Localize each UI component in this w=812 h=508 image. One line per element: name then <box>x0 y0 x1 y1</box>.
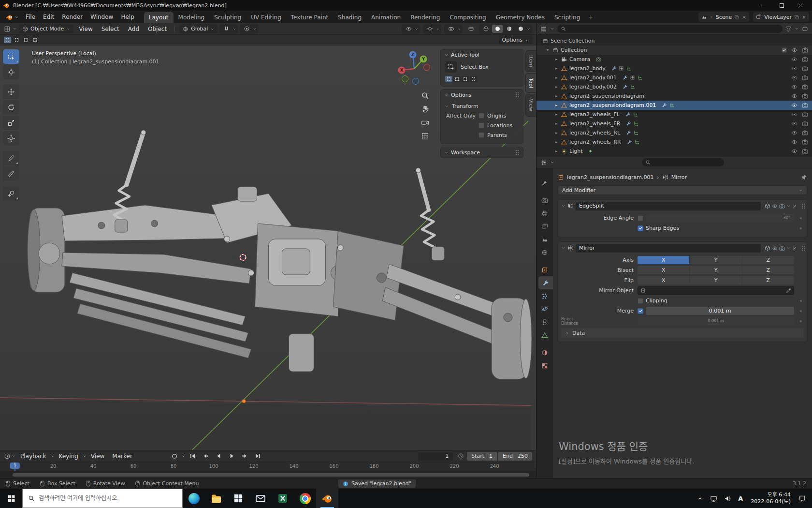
panel-grip-icon[interactable] <box>516 150 517 151</box>
hide-eye-icon[interactable] <box>791 111 798 118</box>
mirror-object-field[interactable] <box>638 286 794 295</box>
extras-chevron-icon[interactable] <box>786 246 791 250</box>
workspace-tab-animation[interactable]: Animation <box>366 12 406 23</box>
scene-selector[interactable]: Scene <box>698 12 750 22</box>
viewlayer-selector[interactable]: ViewLayer <box>753 12 809 22</box>
display-render-icon[interactable] <box>779 245 785 251</box>
play-reverse-button[interactable] <box>213 452 225 461</box>
tab-tool[interactable] <box>536 176 553 189</box>
minimize-button[interactable] <box>754 0 772 11</box>
next-keyframe-button[interactable] <box>239 452 251 461</box>
taskbar-app-mail[interactable] <box>249 489 272 508</box>
animate-dot[interactable] <box>800 300 802 302</box>
menu-view-tl[interactable]: View <box>87 452 108 461</box>
workspace-tab-rendering[interactable]: Rendering <box>406 12 445 23</box>
taskbar-clock[interactable]: 오후 6:44 2022-06-04(토) <box>746 492 795 505</box>
snap-magnet-icon[interactable] <box>221 25 232 33</box>
menu-playback[interactable]: Playback <box>17 452 50 461</box>
parents-checkbox[interactable] <box>478 132 484 138</box>
edge-angle-checkbox[interactable] <box>638 215 643 221</box>
blender-menu-button[interactable] <box>3 14 22 21</box>
gizmo-dropdown[interactable] <box>423 24 441 34</box>
hide-eye-icon[interactable] <box>791 93 798 99</box>
drag-grip-icon[interactable] <box>802 204 803 205</box>
start-button[interactable] <box>0 489 22 508</box>
display-edit-mode-icon[interactable] <box>765 245 770 251</box>
sidebar-tab-view[interactable]: View <box>525 94 536 116</box>
tab-world[interactable] <box>536 246 553 259</box>
tab-constraints[interactable] <box>536 315 553 329</box>
pan-hand-icon[interactable] <box>421 105 429 113</box>
delete-modifier-icon[interactable] <box>792 204 797 209</box>
copy-icon[interactable] <box>794 15 799 20</box>
properties-search-input[interactable] <box>642 158 724 166</box>
axis-y-button[interactable]: Y <box>690 256 741 264</box>
tab-scene[interactable] <box>536 233 553 246</box>
prev-keyframe-button[interactable] <box>200 452 212 461</box>
render-visibility-icon[interactable] <box>802 84 808 90</box>
eyedropper-icon[interactable] <box>786 288 791 293</box>
chevron-down-icon[interactable] <box>550 160 554 164</box>
workspace-tab-texture-paint[interactable]: Texture Paint <box>286 12 333 23</box>
playhead-badge[interactable]: 1 <box>10 463 20 469</box>
mode-dropdown[interactable]: Object Mode <box>19 24 73 33</box>
tool-measure[interactable] <box>3 166 19 181</box>
collection-checkbox[interactable] <box>782 47 787 53</box>
menu-add[interactable]: Add <box>125 25 143 33</box>
hide-eye-icon[interactable] <box>791 102 798 108</box>
render-visibility-icon[interactable] <box>802 130 808 136</box>
taskbar-app-excel[interactable] <box>272 489 294 508</box>
display-realtime-icon[interactable] <box>772 245 778 251</box>
chevron-down-icon[interactable] <box>550 27 554 31</box>
animate-dot[interactable] <box>800 217 802 219</box>
outliner-row-legran2-suspensiondiagram-001[interactable]: ▸ legran2_suspensiondiagram.001 <box>536 101 812 110</box>
display-realtime-icon[interactable] <box>772 203 778 209</box>
menu-object[interactable]: Object <box>145 25 170 33</box>
hide-eye-icon[interactable] <box>791 56 798 62</box>
outliner-row-legran2-suspensiondiagram[interactable]: ▸ legran2_suspensiondiagram <box>536 91 812 101</box>
navigation-gizmo[interactable]: Z Y X <box>397 50 432 85</box>
select-mode-intersect-button[interactable] <box>31 37 39 43</box>
flip-x-button[interactable]: X <box>638 276 689 284</box>
chevron-down-icon[interactable] <box>182 454 186 458</box>
delete-modifier-icon[interactable] <box>792 246 797 251</box>
breadcrumb-modifier[interactable]: Mirror <box>671 174 687 180</box>
taskbar-app-edge[interactable] <box>183 489 205 508</box>
use-preview-range-icon[interactable] <box>458 453 464 459</box>
menu-marker[interactable]: Marker <box>109 452 135 461</box>
mode-intersect-button[interactable] <box>470 76 477 82</box>
transform-orientation-dropdown[interactable]: Global <box>179 24 218 33</box>
hide-eye-icon[interactable] <box>791 47 798 53</box>
workspace-tab-modeling[interactable]: Modeling <box>174 12 210 23</box>
play-button[interactable] <box>226 452 238 461</box>
outliner-row-legran2-body-002[interactable]: ▸ legran2_body.002 <box>536 82 812 91</box>
edgesplit-name-field[interactable]: EdgeSplit <box>576 202 761 210</box>
render-visibility-icon[interactable] <box>802 75 808 81</box>
taskbar-app-chrome[interactable] <box>294 489 316 508</box>
merge-checkbox[interactable] <box>638 308 643 314</box>
tool-add-cube[interactable] <box>3 186 19 201</box>
merge-threshold-field[interactable]: 0.001 m <box>646 307 794 315</box>
network-icon[interactable] <box>707 489 721 508</box>
timeline-editor-icon[interactable] <box>4 453 11 460</box>
workspace-panel-header[interactable]: Workspace <box>441 147 523 158</box>
mirror-name-field[interactable]: Mirror <box>576 244 761 253</box>
render-visibility-icon[interactable] <box>802 120 808 127</box>
workspace-tab-layout[interactable]: Layout <box>144 12 174 23</box>
snapping-group[interactable] <box>219 24 238 34</box>
new-collection-icon[interactable] <box>802 26 808 32</box>
render-visibility-icon[interactable] <box>802 47 808 53</box>
hide-eye-icon[interactable] <box>791 120 798 127</box>
select-mode-new-button[interactable] <box>4 37 11 43</box>
sidebar-tab-item[interactable]: Item <box>525 50 536 72</box>
axis-z-button[interactable]: Z <box>742 256 794 264</box>
chevron-down-icon[interactable] <box>436 27 440 31</box>
outliner-row-legran2-wheels-rl[interactable]: ▸ legran2_wheels_RL <box>536 128 812 137</box>
outliner-row-legran2-body[interactable]: ▸ legran2_body <box>536 64 812 73</box>
tool-select-box[interactable] <box>3 49 19 64</box>
overlays-icon[interactable] <box>446 25 456 33</box>
render-visibility-icon[interactable] <box>802 93 808 99</box>
chevron-down-icon[interactable] <box>795 27 799 31</box>
sidebar-tab-tool[interactable]: Tool <box>525 73 536 93</box>
copy-icon[interactable] <box>734 15 740 20</box>
